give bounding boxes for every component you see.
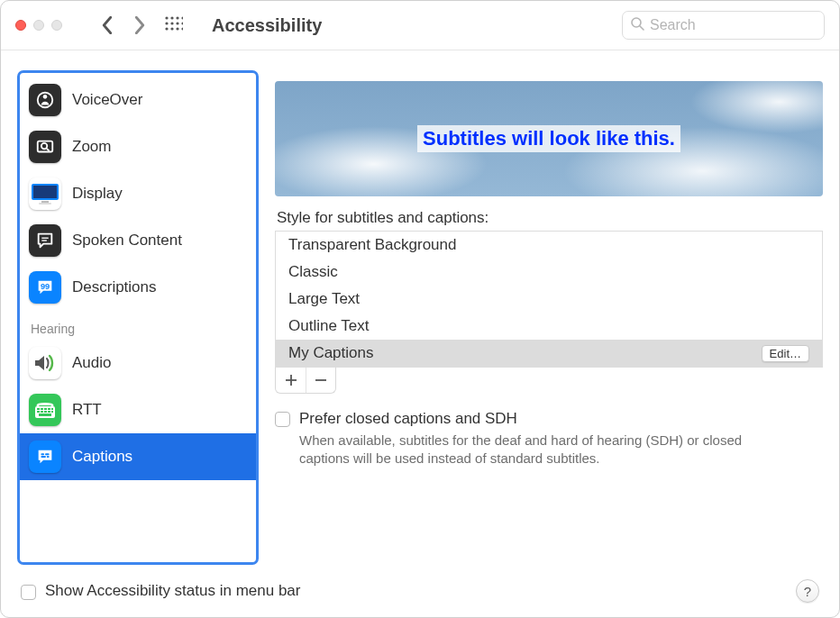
search-field[interactable] [622,11,825,40]
nav-buttons [91,13,188,38]
sidebar-section-hearing: Hearing [20,311,256,340]
style-list-label: Style for subtitles and captions: [277,209,823,227]
sidebar-item-voiceover[interactable]: VoiceOver [20,77,256,123]
zoom-window-button[interactable] [51,20,62,31]
prefer-cc-checkbox[interactable] [275,412,290,427]
svg-rect-28 [41,408,43,410]
svg-point-2 [176,16,178,19]
sidebar-item-descriptions[interactable]: 99 Descriptions [20,264,256,311]
style-name: Classic [288,263,338,281]
prefer-cc-row: Prefer closed captions and SDH When avai… [275,410,823,468]
edit-style-button[interactable]: Edit… [762,345,809,362]
sidebar-item-rtt[interactable]: RTT [20,386,256,433]
style-name: Transparent Background [288,236,456,254]
sidebar-item-captions[interactable]: Captions [20,433,256,480]
prefer-cc-description: When available, subtitles for the deaf a… [299,432,768,468]
svg-point-17 [41,143,47,149]
svg-rect-36 [51,411,53,413]
sidebar-item-label: RTT [72,401,102,419]
show-status-checkbox[interactable] [21,585,36,600]
svg-point-9 [170,27,173,30]
titlebar: Accessibility [1,1,839,50]
svg-point-7 [181,22,183,24]
svg-point-10 [176,27,178,30]
svg-point-8 [165,27,168,30]
style-name: Outline Text [288,317,369,335]
add-style-button[interactable] [276,368,306,393]
style-row[interactable]: Classic [276,259,822,286]
sidebar-item-label: Descriptions [72,278,157,296]
svg-rect-29 [44,408,47,410]
remove-style-button[interactable] [306,368,335,393]
display-icon [29,177,61,210]
style-name: Large Text [288,290,360,308]
svg-rect-35 [48,411,50,413]
svg-rect-32 [37,411,40,413]
svg-rect-27 [37,408,40,410]
svg-point-11 [181,27,183,30]
svg-line-13 [640,26,644,30]
style-row[interactable]: Large Text [276,286,822,313]
captions-icon [29,441,61,473]
sidebar-item-label: Spoken Content [72,232,182,250]
zoom-icon [29,131,61,163]
svg-point-5 [170,22,173,24]
speaker-icon [29,347,61,379]
forward-button[interactable] [123,13,156,38]
svg-text:99: 99 [41,282,50,291]
svg-line-18 [47,149,50,151]
page-title: Accessibility [212,15,322,36]
sidebar-item-label: VoiceOver [72,91,142,109]
sidebar-item-label: Zoom [72,138,111,156]
svg-rect-21 [41,201,49,203]
style-list[interactable]: Transparent Background Classic Large Tex… [275,231,823,368]
style-row[interactable]: Outline Text [276,313,822,340]
sidebar-item-label: Display [72,185,123,203]
main-pane: Subtitles will look like this. Style for… [275,70,823,565]
descriptions-icon: 99 [29,271,61,304]
style-row[interactable]: Transparent Background [276,232,822,259]
svg-rect-37 [39,414,51,416]
svg-rect-22 [39,203,51,204]
speech-bubble-icon [29,224,61,257]
svg-rect-33 [41,411,43,413]
help-button[interactable]: ? [796,579,819,603]
search-input[interactable] [650,17,817,33]
svg-point-6 [176,22,178,24]
svg-rect-39 [45,453,50,455]
svg-point-1 [170,16,173,19]
style-row-selected[interactable]: My Captions Edit… [276,340,822,367]
subtitle-preview-text: Subtitles will look like this. [417,125,680,152]
svg-rect-34 [44,411,47,413]
svg-point-15 [43,95,48,99]
show-status-label[interactable]: Show Accessibility status in menu bar [45,582,300,600]
prefer-cc-label[interactable]: Prefer closed captions and SDH [299,410,768,428]
minimize-window-button[interactable] [33,20,44,31]
svg-rect-31 [51,408,53,410]
sidebar-item-zoom[interactable]: Zoom [20,123,256,170]
voiceover-icon [29,84,61,116]
svg-rect-20 [33,186,57,198]
sidebar-item-audio[interactable]: Audio [20,340,256,386]
svg-point-0 [165,16,168,19]
sidebar-item-spoken-content[interactable]: Spoken Content [20,217,256,264]
svg-rect-30 [48,408,50,410]
show-all-prefs-button[interactable] [160,13,188,38]
svg-rect-41 [47,456,50,458]
sidebar-item-display[interactable]: Display [20,170,256,217]
svg-rect-40 [41,456,46,458]
footer: Show Accessibility status in menu bar ? [1,565,839,617]
style-name: My Captions [288,344,373,362]
subtitle-preview: Subtitles will look like this. [275,81,823,196]
sidebar: VoiceOver Zoom Display Spoken Content 99… [17,70,259,565]
close-window-button[interactable] [15,20,26,31]
window-controls [15,20,62,31]
question-icon: ? [804,584,811,599]
style-list-controls [275,368,336,394]
svg-point-3 [181,16,183,19]
svg-point-4 [165,22,168,24]
sidebar-item-label: Audio [72,354,111,372]
phone-keyboard-icon [29,394,61,426]
sidebar-item-label: Captions [72,448,132,466]
back-button[interactable] [91,13,123,38]
